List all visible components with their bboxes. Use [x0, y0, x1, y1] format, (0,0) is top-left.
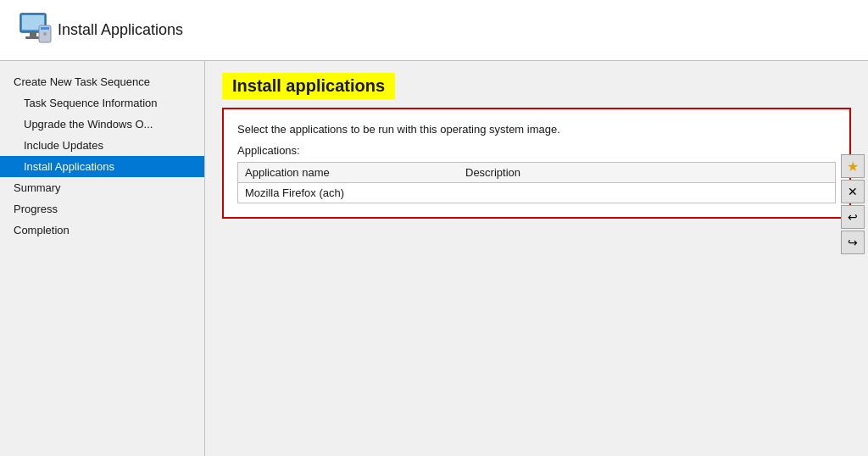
move-down-icon: ↪: [848, 236, 858, 249]
svg-rect-5: [41, 27, 49, 30]
header-title: Install Applications: [58, 21, 183, 39]
sidebar-item-completion[interactable]: Completion: [0, 220, 204, 241]
move-up-button[interactable]: ↩: [841, 205, 865, 229]
table-header: Application name Description: [238, 163, 835, 183]
move-up-icon: ↩: [848, 210, 858, 224]
toolbar-right: ★ ✕ ↩ ↪: [841, 154, 865, 254]
applications-label: Applications:: [237, 144, 836, 157]
main-layout: Create New Task Sequence Task Sequence I…: [0, 61, 868, 456]
header: Install Applications: [0, 0, 868, 61]
x-icon: ✕: [848, 185, 858, 198]
sidebar-item-summary[interactable]: Summary: [0, 177, 204, 198]
applications-table[interactable]: Application name Description Mozilla Fir…: [237, 162, 836, 203]
star-icon: ★: [847, 158, 859, 175]
page-title: Install applications: [222, 73, 395, 99]
col-header-desc: Description: [465, 166, 828, 179]
svg-point-6: [43, 32, 47, 36]
sidebar-item-include-updates[interactable]: Include Updates: [0, 135, 204, 156]
col-header-name: Application name: [245, 166, 465, 179]
sidebar-item-upgrade-windows[interactable]: Upgrade the Windows O...: [0, 114, 204, 135]
remove-button[interactable]: ✕: [841, 180, 865, 203]
panel-description: Select the applications to be run with t…: [237, 123, 836, 136]
app-desc-cell: [465, 186, 828, 199]
app-icon: [14, 8, 58, 53]
table-row[interactable]: Mozilla Firefox (ach): [238, 183, 835, 203]
sidebar-item-create-task[interactable]: Create New Task Sequence: [0, 71, 204, 92]
app-name-cell: Mozilla Firefox (ach): [245, 186, 465, 199]
content-panel: Select the applications to be run with t…: [222, 108, 851, 219]
star-button[interactable]: ★: [841, 154, 865, 178]
sidebar: Create New Task Sequence Task Sequence I…: [0, 61, 205, 456]
sidebar-item-progress[interactable]: Progress: [0, 198, 204, 220]
svg-rect-3: [25, 36, 41, 39]
content-area: ★ ✕ ↩ ↪ Install applications Select the …: [205, 61, 868, 456]
sidebar-item-task-seq-info[interactable]: Task Sequence Information: [0, 92, 204, 114]
sidebar-item-install-apps[interactable]: Install Applications: [0, 156, 204, 177]
page-title-bar: Install applications: [205, 61, 868, 108]
move-down-button[interactable]: ↪: [841, 231, 865, 254]
